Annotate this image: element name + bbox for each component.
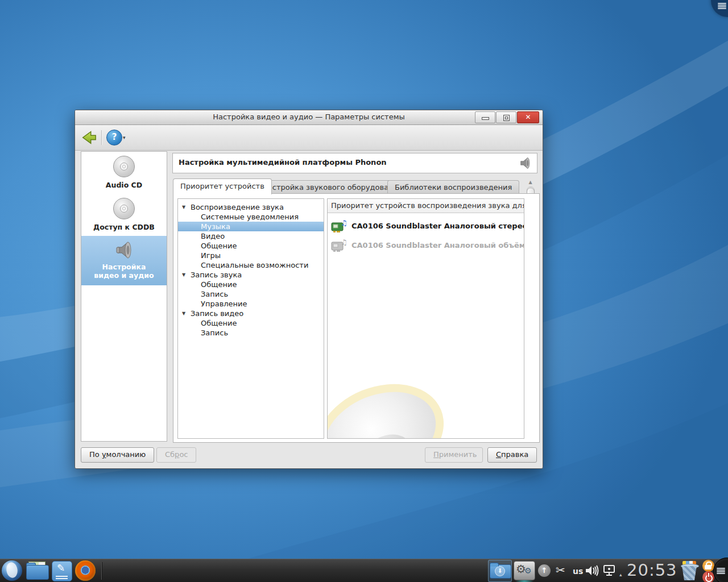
sidebar-item-label: Доступ к CDDB [81,223,167,231]
tree-group-label: Воспроизведение звука [191,203,284,211]
tray-expander-icon: ▴ [619,572,622,577]
tab-content: ▼ Воспроизведение звука Системные уведом… [173,193,540,443]
tree-expander-icon[interactable]: ▼ [182,202,185,212]
text-editor-launcher[interactable]: ✎ [52,561,72,581]
minimize-button[interactable] [475,111,495,123]
button-label: молчанию [106,450,146,459]
tree-item-accessibility[interactable]: Специальные возможности [178,260,324,270]
tree-item-rec-recording[interactable]: Запись [178,289,324,299]
soundcard-icon: ♫ [331,238,348,253]
help-footer-button[interactable]: Справка [487,447,537,463]
scroll-up-icon[interactable]: ▲ [526,180,535,185]
tab-playback-backends[interactable]: Библиотеки воспроизведения [387,180,519,194]
tree-expander-icon[interactable]: ▼ [182,309,185,318]
button-label: ос [179,450,188,459]
tree-item-rec-communication[interactable]: Общение [178,280,324,289]
tree-item-label: Специальные возможности [201,261,308,269]
power-button[interactable] [702,571,714,582]
tree-item-vrec-recording[interactable]: Запись [178,328,324,338]
tree-item-music[interactable]: Музыка [178,222,324,231]
updates-tray-button[interactable]: ↑ [538,564,551,577]
maximize-icon [503,115,510,121]
tree-item-rec-control[interactable]: Управление [178,299,324,309]
text-editor-icon: ✎ [52,561,72,581]
firefox-launcher[interactable] [75,560,96,581]
speaker-icon [113,240,135,260]
button-label: у [102,450,106,459]
tree-item-label: Видео [201,232,225,240]
tree-item-label: Общение [201,280,237,289]
tab-label: Настройка звукового оборудования [262,183,403,192]
tree-group-audio-playback[interactable]: ▼ Воспроизведение звука [178,202,324,212]
settings-window: Настройка видео и аудио — Параметры сист… [75,110,543,469]
clock-label: 20:53 [627,560,677,580]
firefox-icon [75,560,96,581]
trash-widget[interactable] [681,561,698,580]
soundcard-icon: ♫ [331,219,348,234]
defaults-button[interactable]: По умолчанию [81,447,154,463]
titlebar[interactable]: Настройка видео и аудио — Параметры сист… [75,110,543,125]
back-button[interactable] [80,129,97,146]
tree-group-label: Запись звука [191,271,242,279]
tree-item-communication[interactable]: Общение [178,241,324,251]
tree-item-games[interactable]: Игры [178,251,324,260]
content-header: Настройка мультимедийной платформы Phono… [172,153,537,173]
maximize-button[interactable] [496,111,516,123]
sidebar-item-label: Audio CD [81,181,167,189]
tree-item-video[interactable]: Видео [178,231,324,241]
device-row-stereo[interactable]: ♫ CA0106 Soundblaster Аналоговый стерео [328,217,524,236]
device-priority-panel: Приоритет устройств воспроизведения звук… [327,198,524,439]
active-task-glow [515,580,534,582]
tray-expander-button[interactable]: ▴ [619,568,622,579]
reset-button[interactable]: Сброс [156,447,196,463]
tab-audio-hardware-setup[interactable]: Настройка звукового оборудования [255,180,410,194]
network-icon [602,564,616,578]
apply-button[interactable]: Применить [425,447,483,463]
device-name: CA0106 Soundblaster Аналоговый стерео [351,222,524,230]
file-manager-launcher[interactable] [26,563,48,580]
tree-item-label: Общение [201,242,237,250]
help-button[interactable]: ? [106,130,122,146]
app-menu-button[interactable] [2,560,22,581]
tree-item-label: Музыка [201,222,230,231]
lock-button[interactable] [702,560,714,572]
tree-item-vrec-communication[interactable]: Общение [178,318,324,328]
tree-item-notifications[interactable]: Системные уведомления [178,212,324,222]
button-label: правка [501,450,528,459]
digital-clock[interactable]: 20:53 [627,560,677,580]
device-row-surround[interactable]: ♫ CA0106 Soundblaster Аналоговый объёмны… [328,236,524,255]
help-icon: ? [112,132,117,142]
scissors-icon: ✂ [556,563,565,577]
tree-group-audio-recording[interactable]: ▼ Запись звука [178,270,324,280]
button-label: Сб [165,450,175,459]
sidebar-item-audio-cd[interactable]: Audio CD [81,152,167,193]
power-icon [702,571,714,582]
updates-icon: ↑ [538,564,551,577]
desktop-toolbox-icon [718,2,726,10]
downloads-folder-icon: ⬇ [490,563,510,579]
network-tray-button[interactable] [602,564,616,580]
keyboard-layout-indicator[interactable]: us [573,566,583,576]
tree-expander-icon[interactable]: ▼ [182,270,185,280]
close-button[interactable]: ✕ [517,111,539,123]
downloads-folder-task[interactable]: ⬇ [488,560,512,582]
volume-icon [585,564,600,577]
sidebar-item-cddb[interactable]: Доступ к CDDB [81,194,167,235]
volume-tray-button[interactable] [585,564,600,579]
tree-item-label: Системные уведомления [201,213,299,221]
help-dropdown-arrow-icon[interactable]: ▾ [123,135,126,140]
speaker-icon [518,156,532,170]
tree-item-label: Запись [201,329,228,337]
button-label: П [433,450,439,459]
desktop: Настройка видео и аудио — Параметры сист… [0,0,728,582]
tab-device-priority[interactable]: Приоритет устройств [173,178,272,194]
sidebar-item-label: Настройка видео и аудио [88,263,160,280]
clipboard-tray-button[interactable]: ✂ [556,563,565,577]
system-settings-icon: ⚙⚙ [514,561,535,580]
category-tree: ▼ Воспроизведение звука Системные уведом… [177,198,324,439]
sidebar-item-audio-video-settings[interactable]: Настройка видео и аудио [81,236,167,285]
speaker-watermark [327,366,459,439]
system-settings-task[interactable]: ⚙⚙ [514,561,535,580]
panel-toolbox[interactable] [713,558,728,582]
tree-group-video-recording[interactable]: ▼ Запись видео [178,309,324,318]
